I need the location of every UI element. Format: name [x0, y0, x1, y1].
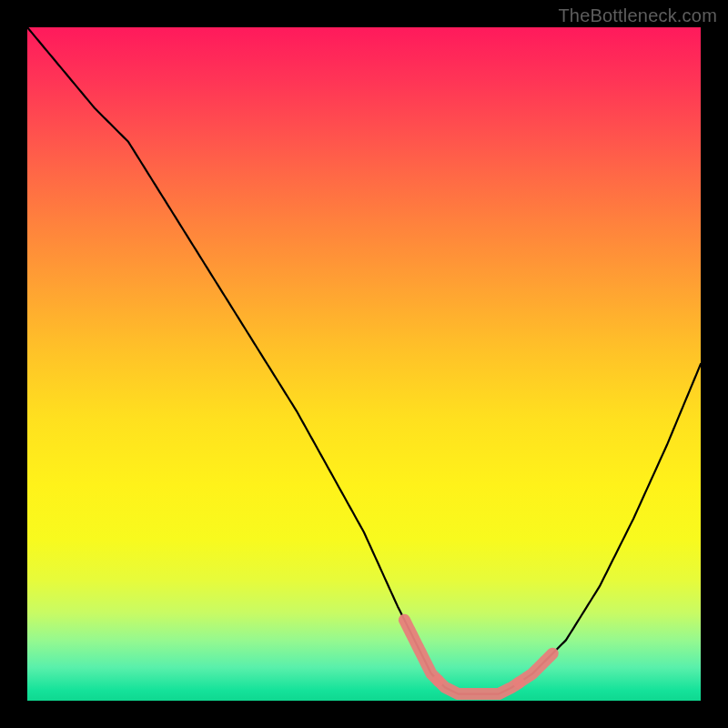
chart-stage: TheBottleneck.com: [0, 0, 728, 728]
chart-svg: [27, 27, 701, 701]
highlight-segment-left: [404, 620, 438, 681]
highlight-segment-right: [519, 653, 552, 682]
bottleneck-curve: [27, 27, 701, 694]
watermark-text: TheBottleneck.com: [558, 5, 717, 26]
plot-area: [27, 27, 701, 701]
highlight-segment-flat: [438, 681, 519, 694]
